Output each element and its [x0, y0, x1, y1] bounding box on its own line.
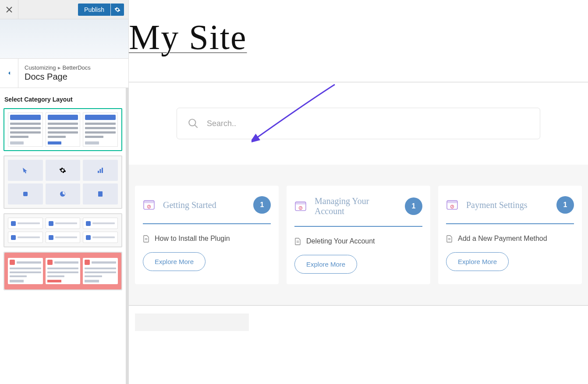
- close-button[interactable]: [0, 0, 18, 19]
- section-label: Select Category Layout: [0, 88, 126, 108]
- svg-rect-11: [102, 168, 103, 173]
- category-card: Getting Started 1 How to Install the Plu…: [135, 186, 279, 284]
- breadcrumb-path: Customizing▸BetterDocs: [25, 64, 91, 71]
- svg-rect-12: [23, 192, 28, 196]
- category-title[interactable]: Managing Your Account: [315, 196, 397, 216]
- layout-option-1[interactable]: [4, 108, 122, 151]
- category-card: Managing Your Account 1 Deleting Your Ac…: [287, 186, 430, 284]
- layout-option-3[interactable]: [4, 213, 122, 247]
- divider: [129, 305, 588, 306]
- footer-placeholder: [135, 314, 249, 331]
- svg-rect-10: [100, 169, 101, 173]
- category-card: Payment Settings 1 Add a New Payment Met…: [438, 186, 582, 284]
- publish-settings-button[interactable]: [111, 4, 124, 16]
- layout-option-2[interactable]: [4, 155, 122, 209]
- back-button[interactable]: [0, 59, 18, 88]
- article-item[interactable]: Add a New Payment Method: [446, 235, 574, 243]
- doc-icon: [446, 235, 453, 243]
- publish-button[interactable]: Publish: [78, 4, 110, 16]
- breadcrumb-title: Docs Page: [25, 72, 91, 82]
- svg-rect-9: [98, 171, 99, 173]
- search-input[interactable]: [207, 119, 529, 128]
- preview-pane: My Site Getting Started 1 How to Install…: [129, 0, 588, 384]
- svg-rect-14: [98, 191, 103, 197]
- panel-body[interactable]: Select Category Layout: [0, 88, 128, 384]
- article-item[interactable]: Deleting Your Account: [294, 237, 422, 245]
- explore-more-button[interactable]: Explore More: [143, 252, 205, 271]
- explore-more-button[interactable]: Explore More: [446, 252, 509, 271]
- category-title[interactable]: Getting Started: [163, 200, 245, 210]
- docs-grid: Getting Started 1 How to Install the Plu…: [129, 165, 588, 305]
- explore-more-button[interactable]: Explore More: [294, 255, 357, 274]
- article-item[interactable]: How to Install the Plugin: [143, 235, 271, 243]
- article-count-badge: 1: [405, 197, 422, 215]
- gear-icon: [114, 7, 120, 13]
- search-bar[interactable]: [177, 108, 540, 139]
- category-icon: [446, 199, 458, 211]
- breadcrumb: Customizing▸BetterDocs Docs Page: [0, 59, 128, 88]
- doc-icon: [294, 238, 301, 245]
- category-title[interactable]: Payment Settings: [466, 200, 549, 210]
- search-section: [129, 82, 588, 165]
- chevron-left-icon: [6, 70, 13, 77]
- page-title: My Site: [129, 18, 588, 57]
- search-icon: [188, 118, 199, 129]
- category-icon: [294, 200, 307, 212]
- customizer-sidebar: Publish Customizing▸BetterDocs Docs Page…: [0, 0, 129, 384]
- topbar: Publish: [0, 0, 128, 19]
- article-count-badge: 1: [556, 196, 574, 214]
- article-count-badge: 1: [253, 196, 271, 214]
- layout-option-4[interactable]: [4, 252, 122, 290]
- doc-icon: [143, 235, 149, 243]
- category-icon: [143, 199, 155, 211]
- site-info-placeholder: [0, 19, 128, 59]
- close-icon: [6, 7, 12, 13]
